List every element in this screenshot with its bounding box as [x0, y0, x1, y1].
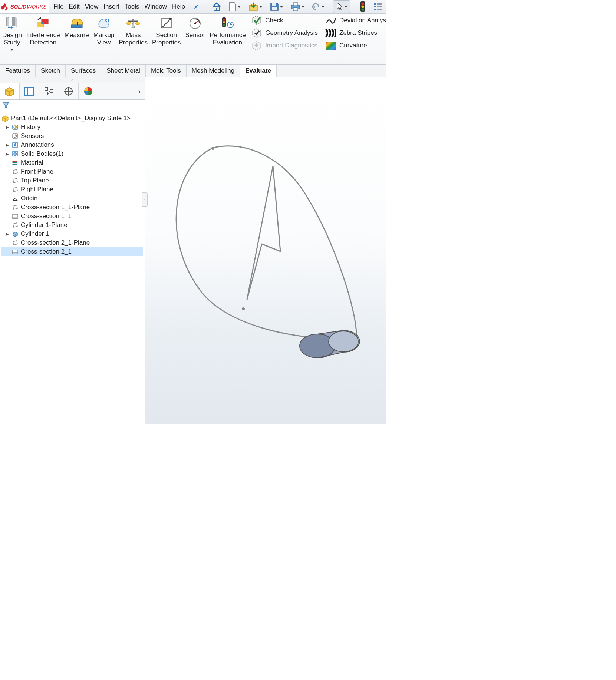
tree-item[interactable]: Cross-section 1_1-Plane — [1, 203, 143, 212]
tab-sketch[interactable]: Sketch — [36, 65, 66, 77]
qat-save[interactable] — [267, 1, 285, 13]
tree-item[interactable]: Cross-section 1_1 — [1, 212, 143, 221]
home-icon[interactable] — [210, 1, 223, 13]
panel-resize-handle[interactable]: ◦ — [142, 192, 148, 207]
material-icon — [12, 159, 19, 166]
design-study-button[interactable]: Design Study — [0, 14, 24, 52]
svg-point-38 — [135, 22, 140, 25]
performance-evaluation-button[interactable]: Performance Evaluation — [207, 14, 247, 47]
menu-file[interactable]: File — [52, 1, 65, 12]
display-manager-tab[interactable] — [79, 83, 98, 99]
tree-item[interactable]: Cross-section 2_1-Plane — [1, 238, 143, 247]
dimxpert-manager-tab[interactable] — [59, 83, 79, 99]
tree-item[interactable]: ▶Cylinder 1 — [1, 230, 143, 238]
panel-grip[interactable]: ○ — [0, 77, 145, 83]
tree-item[interactable]: Cylinder 1-Plane — [1, 221, 143, 230]
panel-expand-icon[interactable]: › — [134, 87, 145, 96]
list-icon[interactable] — [372, 1, 385, 13]
expand-arrow[interactable]: ▶ — [4, 142, 10, 148]
deviation-analysis-button[interactable]: Deviation Analysis — [325, 15, 386, 26]
tree-item-label: Solid Bodies(1) — [21, 150, 63, 158]
dropdown-caret[interactable] — [280, 6, 283, 8]
geometry-analysis-button[interactable]: Geometry Analysis — [251, 28, 318, 38]
expand-arrow[interactable]: ▶ — [4, 231, 10, 237]
curvature-button[interactable]: Curvature — [325, 40, 386, 51]
feature-tree[interactable]: Part1 (Default<<Default>_Display State 1… — [0, 112, 145, 424]
svg-rect-7 — [293, 3, 298, 6]
mass-properties-button[interactable]: Mass Properties — [116, 14, 149, 47]
check-group: Check Geometry Analysis Import Diagnosti… — [247, 14, 322, 52]
tree-filter[interactable] — [0, 100, 145, 112]
svg-text:A: A — [14, 143, 17, 147]
expand-arrow[interactable]: ▶ — [4, 151, 10, 156]
menu-view[interactable]: View — [83, 1, 101, 12]
menu-window[interactable]: Window — [142, 1, 168, 12]
tree-item[interactable]: Right Plane — [1, 185, 143, 194]
tree-item[interactable]: Top Plane — [1, 176, 143, 185]
design-study-icon — [4, 16, 20, 31]
measure-icon — [70, 16, 84, 31]
plane-icon — [12, 186, 19, 193]
separator — [353, 1, 353, 12]
menu-edit[interactable]: Edit — [67, 1, 81, 12]
tree-item[interactable]: ▶Solid Bodies(1) — [1, 149, 143, 158]
tree-item-label: History — [21, 123, 40, 131]
tree-item[interactable]: Front Plane — [1, 167, 143, 176]
interference-detection-button[interactable]: Interference Detection — [24, 14, 62, 47]
dropdown-caret[interactable] — [259, 6, 262, 8]
tree-item[interactable]: ▶AAnnotations — [1, 141, 143, 149]
tab-features[interactable]: Features — [0, 65, 36, 77]
pin-icon[interactable] — [191, 2, 201, 11]
dropdown-caret[interactable] — [10, 49, 13, 51]
expand-arrow[interactable]: ▶ — [4, 125, 10, 130]
part-icon — [1, 115, 9, 122]
menu-help[interactable]: Help — [170, 1, 187, 12]
tab-surfaces[interactable]: Surfaces — [66, 65, 101, 77]
tab-evaluate[interactable]: Evaluate — [240, 65, 277, 77]
dropdown-caret[interactable] — [302, 6, 304, 8]
svg-rect-13 — [374, 3, 376, 5]
sensor-button[interactable]: Sensor — [183, 14, 207, 40]
tab-mold-tools[interactable]: Mold Tools — [146, 65, 187, 77]
svg-rect-56 — [45, 92, 48, 95]
check-button[interactable]: Check — [251, 15, 318, 26]
section-properties-button[interactable]: Section Properties — [150, 14, 183, 47]
dropdown-caret[interactable] — [322, 6, 325, 8]
traffic-light-icon[interactable] — [356, 1, 369, 13]
graphics-viewport[interactable] — [145, 77, 386, 424]
feature-manager-tab[interactable] — [0, 83, 20, 99]
zebra-stripes-button[interactable]: Zebra Stripes — [325, 28, 386, 38]
tab-mesh-modeling[interactable]: Mesh Modeling — [187, 65, 240, 77]
dropdown-caret[interactable] — [238, 6, 241, 8]
tree-root-part[interactable]: Part1 (Default<<Default>_Display State 1… — [1, 114, 143, 123]
menu-tools[interactable]: Tools — [123, 1, 141, 12]
qat-select[interactable] — [333, 0, 350, 13]
markup-view-button[interactable]: Markup View — [91, 14, 117, 47]
qat-open[interactable] — [246, 1, 264, 13]
tree-item[interactable]: ▶History — [1, 123, 143, 132]
configuration-manager-tab[interactable] — [39, 83, 59, 99]
tab-sheet-metal[interactable]: Sheet Metal — [101, 65, 146, 77]
tree-item[interactable]: Cross-section 2_1 — [1, 247, 143, 256]
plane-icon — [12, 240, 19, 246]
svg-point-11 — [361, 6, 364, 8]
qat-print[interactable] — [288, 1, 307, 13]
plane-icon — [12, 177, 19, 184]
tree-item[interactable]: Material — [1, 158, 143, 167]
performance-icon — [220, 16, 235, 31]
dropdown-caret[interactable] — [345, 6, 347, 8]
measure-button[interactable]: Measure — [62, 14, 91, 40]
tree-item[interactable]: Sensors — [1, 132, 143, 141]
qat-new[interactable] — [226, 1, 243, 13]
tree-item[interactable]: Origin — [1, 194, 143, 203]
separator — [330, 1, 330, 12]
property-manager-tab[interactable] — [20, 83, 39, 99]
qat-undo[interactable] — [310, 1, 327, 13]
sketch-icon — [12, 213, 19, 219]
interference-icon — [36, 16, 50, 31]
tree-item-label: Top Plane — [21, 177, 49, 184]
svg-rect-57 — [50, 90, 53, 93]
menu-insert[interactable]: Insert — [102, 1, 121, 12]
svg-point-43 — [194, 23, 196, 24]
app-logo: SOLID WORKS — [0, 0, 49, 13]
